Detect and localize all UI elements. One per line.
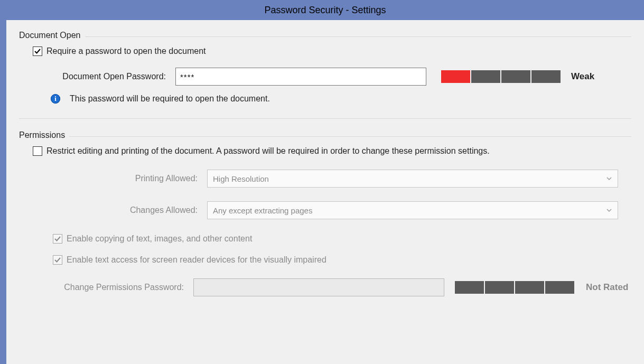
section-title-document-open: Document Open (19, 31, 85, 41)
meter-segment (441, 70, 470, 83)
meter-segment (471, 70, 500, 83)
doc-open-hint: This password will be required to open t… (70, 94, 270, 104)
chevron-down-icon (606, 175, 612, 182)
meter-segment (501, 70, 530, 83)
meter-segment (531, 70, 561, 83)
meter-segment (545, 281, 574, 294)
document-open-password-label: Document Open Password: (33, 72, 175, 81)
divider (19, 118, 631, 119)
document-open-password-input[interactable] (175, 68, 426, 86)
checkmark-icon (54, 235, 61, 242)
require-password-checkbox[interactable] (33, 46, 42, 56)
section-document-open: Document Open Require a password to open… (19, 31, 631, 104)
doc-open-strength-label: Weak (571, 71, 594, 82)
dialog-titlebar: Password Security - Settings (6, 0, 644, 20)
enable-copying-label: Enable copying of text, images, and othe… (67, 234, 252, 244)
restrict-editing-label: Restrict editing and printing of the doc… (46, 146, 490, 156)
enable-screen-reader-checkbox (53, 255, 62, 265)
permissions-strength-meter (455, 281, 574, 294)
checkmark-icon (34, 48, 41, 55)
changes-allowed-value: Any except extracting pages (213, 206, 312, 215)
restrict-editing-checkbox[interactable] (33, 146, 42, 156)
change-permissions-password-input (193, 278, 444, 296)
divider (19, 136, 631, 137)
checkmark-icon (54, 256, 61, 264)
enable-screen-reader-label: Enable text access for screen reader dev… (67, 255, 326, 265)
meter-segment (515, 281, 544, 294)
change-permissions-password-label: Change Permissions Password: (19, 283, 193, 292)
doc-open-strength-meter (441, 70, 561, 83)
changes-allowed-label: Changes Allowed: (33, 206, 207, 215)
dialog-content: Document Open Require a password to open… (6, 20, 644, 296)
enable-copying-checkbox (53, 234, 62, 244)
dialog-title: Password Security - Settings (264, 5, 386, 16)
printing-allowed-value: High Resolution (213, 174, 269, 183)
section-permissions: Permissions Restrict editing and printin… (19, 130, 631, 296)
meter-segment (455, 281, 484, 294)
divider (19, 36, 631, 37)
printing-allowed-select: High Resolution (207, 170, 618, 188)
meter-segment (485, 281, 514, 294)
permissions-strength-label: Not Rated (586, 282, 628, 293)
changes-allowed-select: Any except extracting pages (207, 201, 618, 219)
password-security-dialog: Password Security - Settings Document Op… (0, 0, 644, 364)
require-password-label: Require a password to open the document (46, 46, 206, 56)
printing-allowed-label: Printing Allowed: (33, 174, 207, 183)
section-title-permissions: Permissions (19, 130, 69, 141)
info-icon: i (51, 94, 60, 104)
chevron-down-icon (606, 207, 612, 213)
